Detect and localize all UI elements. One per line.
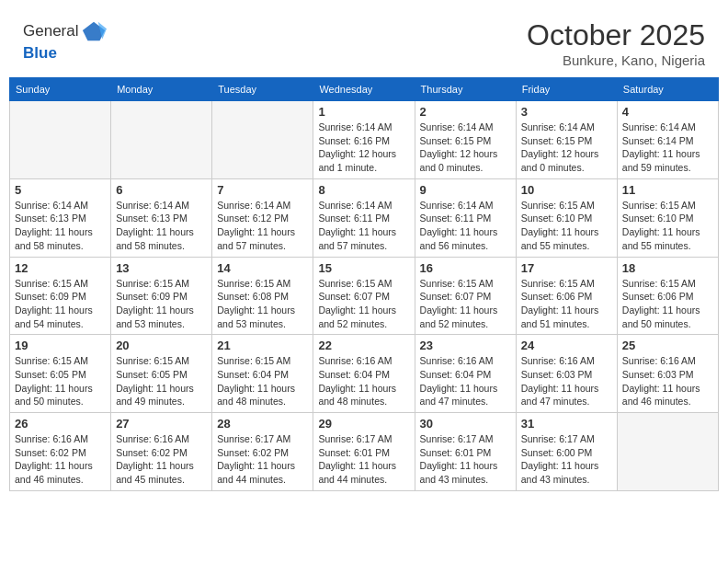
day-number: 15 [318, 261, 409, 275]
calendar-table: SundayMondayTuesdayWednesdayThursdayFrid… [9, 77, 719, 491]
calendar-cell [10, 101, 111, 179]
day-number: 21 [217, 339, 308, 352]
calendar-cell: 11Sunrise: 6:15 AMSunset: 6:10 PMDayligh… [617, 178, 718, 257]
logo-icon [81, 18, 107, 44]
week-row-2: 5Sunrise: 6:14 AMSunset: 6:13 PMDaylight… [10, 178, 719, 257]
day-info: Sunrise: 6:14 AMSunset: 6:13 PMDaylight:… [116, 199, 207, 253]
calendar-cell: 25Sunrise: 6:16 AMSunset: 6:03 PMDayligh… [617, 335, 718, 413]
day-number: 25 [622, 339, 713, 352]
calendar-cell: 21Sunrise: 6:15 AMSunset: 6:04 PMDayligh… [212, 335, 313, 413]
day-info: Sunrise: 6:15 AMSunset: 6:06 PMDaylight:… [521, 277, 612, 331]
calendar-cell: 4Sunrise: 6:14 AMSunset: 6:14 PMDaylight… [617, 101, 718, 179]
day-info: Sunrise: 6:17 AMSunset: 6:02 PMDaylight:… [217, 432, 308, 487]
weekday-header-row: SundayMondayTuesdayWednesdayThursdayFrid… [10, 78, 719, 101]
logo-general-text: General [23, 22, 78, 40]
day-number: 7 [217, 183, 308, 197]
month-title: October 2025 [527, 18, 705, 52]
day-info: Sunrise: 6:16 AMSunset: 6:04 PMDaylight:… [318, 354, 409, 408]
week-row-3: 12Sunrise: 6:15 AMSunset: 6:09 PMDayligh… [10, 257, 719, 335]
calendar-cell: 18Sunrise: 6:15 AMSunset: 6:06 PMDayligh… [617, 257, 718, 335]
day-number: 20 [116, 339, 207, 352]
week-row-1: 1Sunrise: 6:14 AMSunset: 6:16 PMDaylight… [10, 101, 719, 179]
day-info: Sunrise: 6:14 AMSunset: 6:13 PMDaylight:… [15, 199, 106, 253]
logo: General Blue [23, 18, 107, 63]
week-row-5: 26Sunrise: 6:16 AMSunset: 6:02 PMDayligh… [10, 413, 719, 491]
weekday-header-sunday: Sunday [10, 78, 111, 101]
calendar-cell: 31Sunrise: 6:17 AMSunset: 6:00 PMDayligh… [516, 413, 617, 491]
day-number: 24 [521, 339, 612, 352]
calendar-cell: 7Sunrise: 6:14 AMSunset: 6:12 PMDaylight… [212, 178, 313, 257]
day-info: Sunrise: 6:15 AMSunset: 6:10 PMDaylight:… [622, 199, 713, 253]
day-number: 26 [15, 417, 106, 431]
day-number: 5 [15, 183, 106, 197]
calendar-cell: 26Sunrise: 6:16 AMSunset: 6:02 PMDayligh… [10, 413, 111, 491]
location: Bunkure, Kano, Nigeria [527, 52, 705, 68]
day-info: Sunrise: 6:15 AMSunset: 6:10 PMDaylight:… [521, 199, 612, 253]
calendar-cell: 8Sunrise: 6:14 AMSunset: 6:11 PMDaylight… [313, 178, 415, 257]
weekday-header-saturday: Saturday [617, 78, 718, 101]
calendar-cell: 15Sunrise: 6:15 AMSunset: 6:07 PMDayligh… [313, 257, 415, 335]
day-number: 6 [116, 183, 207, 197]
calendar-cell [617, 413, 718, 491]
calendar-cell: 10Sunrise: 6:15 AMSunset: 6:10 PMDayligh… [516, 178, 617, 257]
day-number: 17 [521, 261, 612, 275]
calendar-cell: 1Sunrise: 6:14 AMSunset: 6:16 PMDaylight… [313, 101, 415, 179]
page-header: General Blue October 2025 Bunkure, Kano,… [9, 9, 719, 73]
day-info: Sunrise: 6:17 AMSunset: 6:01 PMDaylight:… [318, 432, 409, 487]
day-info: Sunrise: 6:14 AMSunset: 6:11 PMDaylight:… [318, 199, 409, 253]
weekday-header-monday: Monday [111, 78, 212, 101]
day-info: Sunrise: 6:14 AMSunset: 6:16 PMDaylight:… [318, 121, 409, 175]
day-number: 16 [420, 261, 511, 275]
calendar-cell: 16Sunrise: 6:15 AMSunset: 6:07 PMDayligh… [415, 257, 516, 335]
day-number: 13 [116, 261, 207, 275]
calendar-cell: 29Sunrise: 6:17 AMSunset: 6:01 PMDayligh… [313, 413, 415, 491]
calendar-cell: 23Sunrise: 6:16 AMSunset: 6:04 PMDayligh… [415, 335, 516, 413]
day-info: Sunrise: 6:14 AMSunset: 6:11 PMDaylight:… [420, 199, 511, 253]
day-number: 9 [420, 183, 511, 197]
day-number: 11 [622, 183, 713, 197]
title-block: October 2025 Bunkure, Kano, Nigeria [527, 18, 705, 68]
day-number: 22 [318, 339, 409, 352]
calendar-cell: 22Sunrise: 6:16 AMSunset: 6:04 PMDayligh… [313, 335, 415, 413]
calendar-cell: 19Sunrise: 6:15 AMSunset: 6:05 PMDayligh… [10, 335, 111, 413]
day-info: Sunrise: 6:15 AMSunset: 6:04 PMDaylight:… [217, 354, 308, 408]
day-info: Sunrise: 6:15 AMSunset: 6:05 PMDaylight:… [116, 354, 207, 408]
day-info: Sunrise: 6:15 AMSunset: 6:09 PMDaylight:… [116, 277, 207, 331]
week-row-4: 19Sunrise: 6:15 AMSunset: 6:05 PMDayligh… [10, 335, 719, 413]
day-number: 12 [15, 261, 106, 275]
calendar-cell: 28Sunrise: 6:17 AMSunset: 6:02 PMDayligh… [212, 413, 313, 491]
day-number: 29 [318, 417, 409, 431]
day-info: Sunrise: 6:16 AMSunset: 6:03 PMDaylight:… [622, 354, 713, 408]
calendar-cell [111, 101, 212, 179]
day-info: Sunrise: 6:15 AMSunset: 6:08 PMDaylight:… [217, 277, 308, 331]
day-number: 4 [622, 105, 713, 119]
calendar-cell: 3Sunrise: 6:14 AMSunset: 6:15 PMDaylight… [516, 101, 617, 179]
day-number: 2 [420, 105, 511, 119]
day-number: 18 [622, 261, 713, 275]
weekday-header-friday: Friday [516, 78, 617, 101]
weekday-header-thursday: Thursday [415, 78, 516, 101]
day-info: Sunrise: 6:15 AMSunset: 6:07 PMDaylight:… [318, 277, 409, 331]
calendar-cell: 24Sunrise: 6:16 AMSunset: 6:03 PMDayligh… [516, 335, 617, 413]
day-info: Sunrise: 6:14 AMSunset: 6:15 PMDaylight:… [521, 121, 612, 175]
day-number: 14 [217, 261, 308, 275]
day-info: Sunrise: 6:15 AMSunset: 6:07 PMDaylight:… [420, 277, 511, 331]
day-info: Sunrise: 6:14 AMSunset: 6:15 PMDaylight:… [420, 121, 511, 175]
calendar-cell: 30Sunrise: 6:17 AMSunset: 6:01 PMDayligh… [415, 413, 516, 491]
calendar-cell: 14Sunrise: 6:15 AMSunset: 6:08 PMDayligh… [212, 257, 313, 335]
day-info: Sunrise: 6:14 AMSunset: 6:12 PMDaylight:… [217, 199, 308, 253]
day-number: 3 [521, 105, 612, 119]
day-info: Sunrise: 6:16 AMSunset: 6:03 PMDaylight:… [521, 354, 612, 408]
calendar-cell: 13Sunrise: 6:15 AMSunset: 6:09 PMDayligh… [111, 257, 212, 335]
day-number: 19 [15, 339, 106, 352]
day-number: 31 [521, 417, 612, 431]
day-info: Sunrise: 6:15 AMSunset: 6:05 PMDaylight:… [15, 354, 106, 408]
day-number: 28 [217, 417, 308, 431]
day-number: 27 [116, 417, 207, 431]
day-number: 1 [318, 105, 409, 119]
day-info: Sunrise: 6:17 AMSunset: 6:01 PMDaylight:… [420, 432, 511, 487]
day-number: 10 [521, 183, 612, 197]
day-info: Sunrise: 6:17 AMSunset: 6:00 PMDaylight:… [521, 432, 612, 487]
calendar-cell [212, 101, 313, 179]
day-info: Sunrise: 6:16 AMSunset: 6:04 PMDaylight:… [420, 354, 511, 408]
